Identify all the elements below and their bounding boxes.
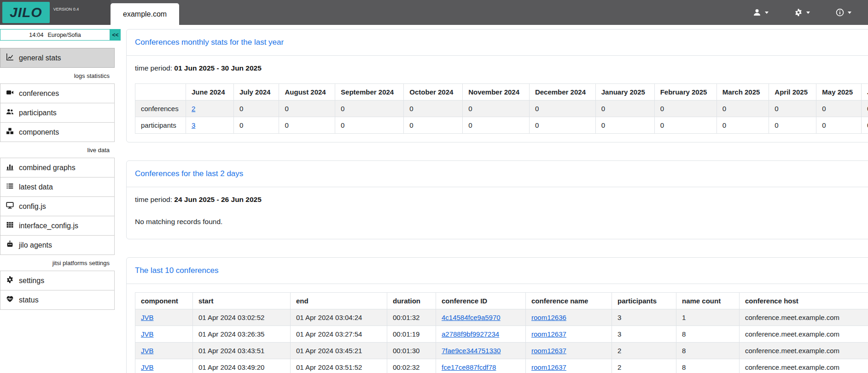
- info-menu-button[interactable]: [836, 8, 851, 17]
- brand-area: JILO VERSION 0.4: [0, 0, 111, 25]
- cell-link[interactable]: JVB: [141, 363, 154, 371]
- table-header-row: June 2024July 2024August 2024September 2…: [135, 84, 868, 101]
- table-cell: 00:02:32: [387, 359, 436, 373]
- tab-example-com[interactable]: example.com: [111, 3, 179, 25]
- column-header: conference ID: [436, 293, 526, 309]
- table-cell: conference.meet.example.com: [740, 326, 868, 343]
- table-cell: 0: [816, 101, 862, 117]
- section-label-logs-statistics: logs statistics: [0, 68, 121, 84]
- cell-link[interactable]: room12637: [531, 330, 566, 338]
- main-content: Conferences monthly stats for the last y…: [121, 25, 868, 373]
- heart-pulse-icon: [6, 295, 14, 305]
- info-icon: [836, 8, 844, 17]
- tab-label: example.com: [123, 10, 167, 18]
- time-period-label: time period:: [135, 64, 172, 72]
- table-cell: 0: [233, 117, 279, 134]
- table-row: participants3000000000000: [135, 117, 868, 134]
- table-cell: 8: [676, 343, 740, 359]
- table-cell: 01 Apr 2024 03:04:24: [291, 309, 387, 326]
- column-header: March 2025: [717, 84, 769, 101]
- sidebar-item-config-js[interactable]: config.js: [0, 196, 115, 216]
- cell-link[interactable]: fce17ce887fcdf78: [442, 363, 496, 371]
- table-cell: conference.meet.example.com: [740, 359, 868, 373]
- table-cell: conference.meet.example.com: [740, 343, 868, 359]
- table-cell: 0: [717, 117, 769, 134]
- sidebar-item-status[interactable]: status: [0, 290, 115, 310]
- gear-icon: [794, 8, 803, 17]
- cell-link[interactable]: room12637: [531, 347, 566, 355]
- sidebar-item-label: status: [19, 296, 39, 304]
- cell-link[interactable]: 2: [192, 105, 195, 112]
- column-header: [135, 84, 186, 101]
- card-last-10-conferences: The last 10 conferences componentstarten…: [126, 257, 868, 373]
- table-cell: fce17ce887fcdf78: [436, 359, 526, 373]
- column-header: February 2025: [654, 84, 717, 101]
- table-cell: 0: [404, 117, 463, 134]
- column-header: August 2024: [279, 84, 335, 101]
- sidebar-item-interface-config-js[interactable]: interface_config.js: [0, 216, 115, 236]
- card-title-last-10-conferences[interactable]: The last 10 conferences: [127, 258, 868, 284]
- cell-link[interactable]: 7fae9ce344751330: [442, 347, 501, 355]
- clock-timezone: Europe/Sofia: [48, 32, 81, 38]
- table-cell: 0: [463, 101, 530, 117]
- table-cell: 0: [816, 117, 862, 134]
- settings-menu-button[interactable]: [794, 8, 810, 17]
- column-header: conference name: [526, 293, 612, 309]
- cell-link[interactable]: JVB: [141, 314, 154, 321]
- table-cell: 0: [595, 117, 654, 134]
- table-cell: conferences: [135, 101, 186, 117]
- table-cell: 0: [279, 101, 335, 117]
- cubes-icon: [6, 127, 14, 137]
- table-cell: 0: [529, 117, 595, 134]
- cell-link[interactable]: JVB: [141, 347, 154, 355]
- sidebar-item-latest-data[interactable]: latest data: [0, 177, 115, 197]
- column-header: June 2025: [862, 84, 868, 101]
- time-period: time period: 24 Jun 2025 - 26 Jun 2025: [135, 195, 868, 204]
- table-cell: room12636: [526, 309, 612, 326]
- list-icon: [6, 182, 14, 192]
- sidebar-item-conferences[interactable]: conferences: [0, 83, 115, 103]
- cell-link[interactable]: a2788f9bf9927234: [442, 330, 499, 338]
- table-cell: 4c14584fce9a5970: [436, 309, 526, 326]
- column-header: December 2024: [529, 84, 595, 101]
- cell-link[interactable]: JVB: [141, 330, 154, 338]
- column-header: June 2024: [186, 84, 234, 101]
- table-cell: 3: [186, 117, 234, 134]
- chevron-down-icon: [806, 12, 810, 14]
- app-logo[interactable]: JILO: [2, 2, 50, 23]
- table-cell: 2: [612, 359, 676, 373]
- table-row: JVB01 Apr 2024 03:02:5201 Apr 2024 03:04…: [135, 309, 868, 326]
- card-title-last-2-days[interactable]: Conferences for the last 2 days: [127, 161, 868, 187]
- table-cell: conference.meet.example.com: [740, 309, 868, 326]
- app-version: VERSION 0.4: [53, 7, 79, 12]
- table-row: JVB01 Apr 2024 03:43:5101 Apr 2024 03:45…: [135, 343, 868, 359]
- card-title-monthly-stats[interactable]: Conferences monthly stats for the last y…: [127, 30, 868, 55]
- table-cell: 01 Apr 2024 03:49:20: [193, 359, 291, 373]
- cell-link[interactable]: 3: [192, 121, 195, 129]
- table-cell: 0: [654, 117, 717, 134]
- table-cell: 01 Apr 2024 03:51:52: [291, 359, 387, 373]
- column-header: October 2024: [404, 84, 463, 101]
- sidebar-item-settings[interactable]: settings: [0, 271, 115, 290]
- sidebar-item-components[interactable]: components: [0, 122, 115, 142]
- sidebar-collapse-button[interactable]: <<: [110, 29, 121, 41]
- column-header: conference host: [740, 293, 868, 309]
- cell-link[interactable]: room12636: [531, 314, 566, 321]
- column-header: January 2025: [595, 84, 654, 101]
- sidebar-item-general-stats[interactable]: general stats: [0, 48, 115, 68]
- table-cell: 01 Apr 2024 03:26:35: [193, 326, 291, 343]
- user-menu-button[interactable]: [753, 8, 769, 17]
- sidebar-item-participants[interactable]: participants: [0, 103, 115, 123]
- topbar: JILO VERSION 0.4 example.com: [0, 0, 868, 25]
- sidebar-item-combined-graphs[interactable]: combined graphs: [0, 158, 115, 178]
- cell-link[interactable]: room12637: [531, 363, 566, 371]
- table-cell: 0: [654, 101, 717, 117]
- cell-link[interactable]: 4c14584fce9a5970: [442, 314, 501, 321]
- card-monthly-stats: Conferences monthly stats for the last y…: [126, 29, 868, 142]
- table-header-row: componentstartenddurationconference IDco…: [135, 293, 868, 309]
- table-cell: 01 Apr 2024 03:43:51: [193, 343, 291, 359]
- monitor-icon: [6, 201, 14, 211]
- sidebar-item-label: settings: [19, 277, 44, 285]
- table-cell: 00:01:19: [387, 326, 436, 343]
- sidebar-item-jilo-agents[interactable]: jilo agents: [0, 235, 115, 255]
